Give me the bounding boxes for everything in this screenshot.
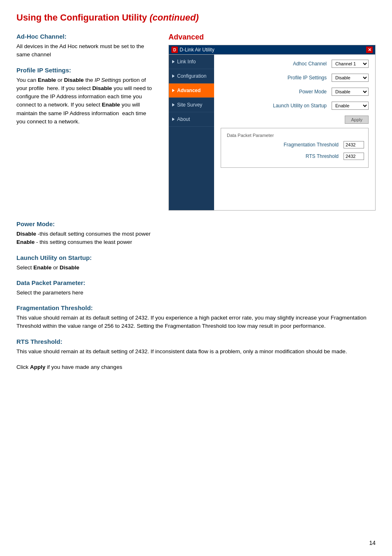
sidebar-nav: Link Info Configuration Advanced Site Su… [169, 55, 214, 210]
nav-item-advanced[interactable]: Advanced [169, 83, 214, 98]
page-title: Using the Configuration Utility (continu… [16, 12, 376, 23]
window-close-button[interactable]: ✕ [366, 46, 373, 53]
adhoc-text: All devices in the Ad Hoc network must b… [16, 42, 156, 59]
fragmentation-description-heading: Fragmentation Threshold: [16, 304, 376, 311]
launch-utility-control: Enable Disable [332, 102, 369, 110]
nav-label-configuration: Configuration [177, 73, 206, 79]
adhoc-heading: Ad-Hoc Channel: [16, 33, 156, 40]
title-main: Using the Configuration Utility [16, 12, 147, 23]
power-mode-row: Power Mode Disable Enable [221, 88, 369, 96]
enable-bold: Enable [38, 77, 56, 83]
ip-settings-italic: IP Settings [95, 77, 121, 83]
adhoc-channel-row: Adhoc Channel Channel 1 [221, 60, 369, 68]
profile-ip-text: You can Enable or Disable the IP Setting… [16, 76, 156, 126]
rts-row: RTS Threshold [225, 153, 364, 160]
nav-arrow-sitesurvey [172, 103, 175, 107]
enable-label2: Enable [33, 264, 51, 271]
data-packet-description-text: Select the parameters here [16, 289, 376, 297]
data-packet-description-heading: Data Packet Parameter: [16, 279, 376, 286]
power-mode-section-text: Disable -this default setting consumes t… [16, 230, 376, 247]
rts-label: RTS Threshold [225, 153, 344, 159]
profile-ip-field-label: Profile IP Settings [221, 75, 332, 81]
fragmentation-description-section: Fragmentation Threshold: This value shou… [16, 304, 376, 331]
nav-label-about: About [177, 116, 190, 122]
launch-utility-label: Launch Utility on Startup [221, 103, 332, 109]
nav-label-linkinfo: Link Info [177, 59, 196, 65]
apply-note-text: Click Apply if you have made any changes [16, 363, 376, 371]
profile-ip-section: Profile IP Settings: You can Enable or D… [16, 67, 156, 126]
data-packet-title: Data Packet Parameter [225, 133, 275, 138]
nav-item-linkinfo[interactable]: Link Info [169, 55, 214, 69]
nav-arrow-configuration [172, 74, 175, 78]
power-mode-section: Power Mode: Disable -this default settin… [16, 220, 376, 247]
nav-arrow-linkinfo [172, 60, 175, 63]
launch-utility-section-heading: Launch Utility on Startup: [16, 254, 376, 261]
fragmentation-row: Fragmentation Threshold [225, 141, 364, 148]
window-body: Link Info Configuration Advanced Site Su… [168, 54, 376, 211]
fragmentation-input[interactable] [344, 141, 364, 148]
right-column: Advanced D D-Link Air Utility ✕ Link Inf… [168, 33, 376, 211]
launch-utility-section-text: Select Enable or Disable [16, 264, 376, 272]
nav-arrow-advanced [172, 89, 175, 92]
nav-label-advanced: Advanced [177, 88, 201, 93]
power-mode-select[interactable]: Disable Enable [332, 88, 369, 96]
launch-utility-row: Launch Utility on Startup Enable Disable [221, 102, 369, 110]
rts-description-section: RTS Threshold: This value should remain … [16, 338, 376, 356]
adhoc-channel-label: Adhoc Channel [221, 61, 332, 67]
disable-bold: Disable [64, 77, 84, 83]
nav-item-about[interactable]: About [169, 112, 214, 127]
adhoc-channel-control: Channel 1 [332, 60, 369, 68]
profile-ip-control: Disable Enable [332, 74, 369, 82]
rts-description-text: This value should remain at its default … [16, 348, 376, 356]
disable-label: Disable [16, 231, 36, 237]
apply-note-bold: Apply [30, 364, 46, 370]
adhoc-section: Ad-Hoc Channel: All devices in the Ad Ho… [16, 33, 156, 59]
profile-ip-row: Profile IP Settings Disable Enable [221, 74, 369, 82]
profile-ip-heading: Profile IP Settings: [16, 67, 156, 74]
adhoc-channel-select[interactable]: Channel 1 [332, 60, 369, 68]
title-continued: (continued) [150, 12, 199, 23]
apply-button[interactable]: Apply [345, 116, 369, 124]
profile-ip-select[interactable]: Disable Enable [332, 74, 369, 82]
advanced-title: Advanced [168, 33, 376, 42]
fragmentation-label: Fragmentation Threshold [225, 142, 344, 148]
nav-item-configuration[interactable]: Configuration [169, 69, 214, 83]
enable-bold2: Enable [102, 102, 120, 108]
launch-utility-select[interactable]: Enable Disable [332, 102, 369, 110]
window-titlebar-left: D D-Link Air Utility [171, 46, 214, 53]
apply-btn-row: Apply [221, 116, 369, 124]
nav-arrow-about [172, 118, 175, 121]
disable-bold2: Disable [92, 85, 112, 91]
main-panel: Adhoc Channel Channel 1 Profile IP Setti… [214, 55, 375, 210]
content-area: Ad-Hoc Channel: All devices in the Ad Ho… [16, 33, 376, 211]
d-link-icon: D [171, 46, 178, 53]
data-packet-section: Data Packet Parameter Fragmentation Thre… [221, 128, 369, 168]
rts-description-heading: RTS Threshold: [16, 338, 376, 345]
enable-label: Enable [16, 239, 35, 245]
power-mode-section-heading: Power Mode: [16, 220, 376, 227]
nav-label-sitesurvey: Site Survey [177, 102, 202, 108]
window-titlebar: D D-Link Air Utility ✕ [168, 45, 376, 54]
power-mode-control: Disable Enable [332, 88, 369, 96]
disable-label2: Disable [60, 264, 79, 271]
power-mode-label: Power Mode [221, 89, 332, 95]
data-packet-description-section: Data Packet Parameter: Select the parame… [16, 279, 376, 297]
apply-note-section: Click Apply if you have made any changes [16, 363, 376, 371]
window-title: D-Link Air Utility [180, 47, 214, 53]
nav-item-sitesurvey[interactable]: Site Survey [169, 98, 214, 112]
left-column: Ad-Hoc Channel: All devices in the Ad Ho… [16, 33, 156, 211]
rts-input[interactable] [344, 153, 364, 160]
launch-utility-section: Launch Utility on Startup: Select Enable… [16, 254, 376, 272]
page-number: 14 [369, 540, 376, 546]
fragmentation-description-text: This value should remain at its default … [16, 314, 376, 331]
